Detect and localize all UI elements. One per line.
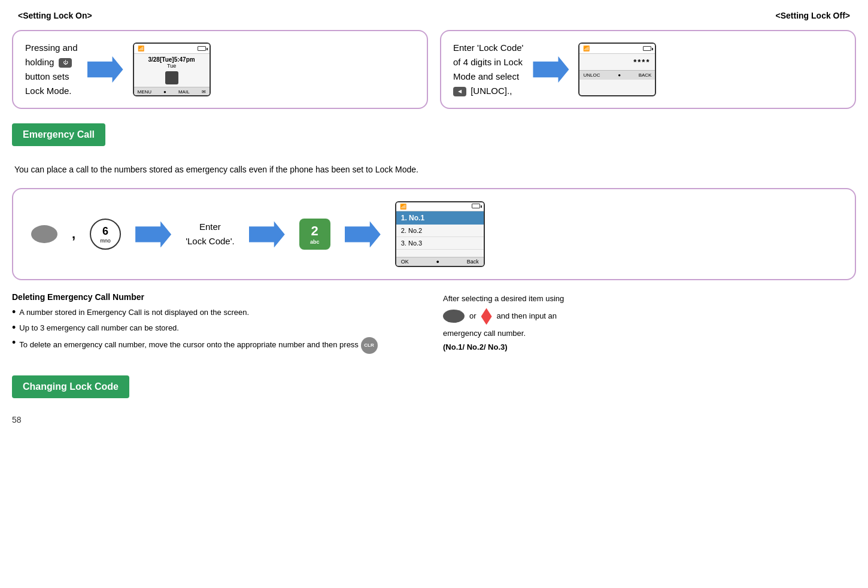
bullet-dot-3: •	[12, 337, 16, 348]
emergency-call-header: Emergency Call	[12, 123, 105, 146]
key-6-sub: mno	[100, 238, 111, 244]
lock-off-text: Enter 'Lock Code' of 4 digits in Lock Mo…	[453, 41, 523, 98]
phone-list-screen: 📶 1. No.1 2. No.2 3. No.3 OK ● Back	[395, 201, 485, 267]
footer-unloc: UNLOC	[583, 72, 600, 78]
battery-icon	[198, 46, 206, 51]
footer-menu: MENU	[138, 89, 152, 95]
bullet-text-2: Up to 3 emergency call number can be sto…	[19, 322, 179, 334]
list-back: Back	[467, 259, 479, 265]
page-number: 58	[12, 415, 856, 425]
bullet-dot-1: •	[12, 307, 16, 317]
nav-diamond-icon	[481, 308, 492, 325]
nav-icons: or and then input an	[443, 308, 564, 325]
unlock-screen-body: ****	[579, 54, 655, 70]
arrow-icon-5	[345, 221, 381, 247]
arrow-icon-2	[533, 56, 569, 83]
bullet-text-3: To delete an emergency call number, move…	[19, 337, 377, 354]
emergency-call-section: Emergency Call	[12, 123, 856, 154]
phone-body-icon	[165, 71, 178, 84]
key-6-button: 6 mno	[90, 219, 121, 250]
clr-button: CLR	[361, 337, 378, 354]
bullet-text-1: A number stored in Emergency Call is not…	[19, 307, 249, 319]
list-item-2: 2. No.2	[396, 225, 484, 237]
bullet-2: • Up to 3 emergency call number can be s…	[12, 322, 425, 334]
list-screen-header: 📶	[396, 202, 484, 211]
phone-screen-body: 3/28[Tue]5:47pm Tue	[134, 54, 210, 87]
unlock-screen-footer: UNLOC ● BACK	[579, 70, 655, 80]
header-left: <Setting Lock On>	[18, 11, 92, 20]
changing-lock-code-header: Changing Lock Code	[12, 375, 129, 398]
footer-back: BACK	[639, 72, 652, 78]
list-screen-footer: OK ● Back	[396, 257, 484, 266]
send-button-icon	[31, 225, 57, 243]
notes-section: Deleting Emergency Call Number • A numbe…	[12, 292, 856, 357]
key-2-sub: abc	[310, 239, 320, 245]
battery-icon-2	[643, 46, 651, 51]
notes-right-col: After selecting a desired item using or …	[443, 292, 856, 357]
signal-icon-2: 📶	[583, 46, 590, 51]
screen-time: 3/28[Tue]5:47pm	[148, 56, 195, 63]
lock-button-icon: ⏻	[59, 58, 72, 68]
stars-display: ****	[633, 57, 650, 66]
top-section: Pressing and holding ⏻ button sets Lock …	[12, 30, 856, 109]
screen-day: Tue	[167, 63, 176, 69]
emergency-demo-box: , 6 mno Enter 'Lock Code'. 2 abc 📶 1. No…	[12, 188, 856, 280]
key-2-button: 2 abc	[299, 219, 330, 250]
list-ok: OK	[401, 259, 409, 265]
footer-mail: MAIL	[178, 89, 190, 95]
phone-screen-footer: MENU ● MAIL ✉	[134, 87, 210, 96]
arrow-icon-1	[87, 56, 123, 83]
after-select-text: After selecting a desired item using or …	[443, 292, 564, 353]
list-battery	[472, 204, 480, 208]
nav-oval-icon-1	[443, 310, 465, 323]
notes-left-col: Deleting Emergency Call Number • A numbe…	[12, 292, 425, 357]
footer-icon: ✉	[202, 89, 206, 95]
enter-lock-code-text: Enter 'Lock Code'.	[186, 220, 235, 248]
header-right: <Setting Lock Off>	[776, 11, 850, 20]
phone-screen-header: 📶	[134, 44, 210, 54]
lock-on-text: Pressing and holding ⏻ button sets Lock …	[25, 41, 78, 98]
bullet-1: • A number stored in Emergency Call is n…	[12, 307, 425, 319]
header: <Setting Lock On> <Setting Lock Off>	[12, 6, 856, 30]
footer-dot-2: ●	[618, 72, 621, 78]
arrow-icon-3	[135, 221, 171, 247]
notes-title: Deleting Emergency Call Number	[12, 292, 425, 302]
list-signal: 📶	[400, 204, 406, 210]
arrow-icon-4	[249, 221, 285, 247]
key-2-label: 2	[311, 223, 318, 239]
emergency-call-desc: You can place a call to the numbers stor…	[12, 163, 856, 176]
list-item-3: 3. No.3	[396, 237, 484, 250]
list-item-1: 1. No.1	[396, 211, 484, 225]
setting-lock-on-box: Pressing and holding ⏻ button sets Lock …	[12, 30, 428, 109]
select-button-icon: ◀	[453, 87, 466, 96]
signal-icon: 📶	[138, 46, 144, 51]
changing-lock-code-section: Changing Lock Code	[12, 375, 856, 407]
key-6-label: 6	[102, 225, 108, 238]
comma-separator: ,	[72, 226, 75, 242]
phone-screen-unlock: 📶 **** UNLOC ● BACK	[578, 43, 656, 96]
list-dot: ●	[436, 259, 439, 265]
unlock-screen-header: 📶	[579, 44, 655, 54]
bullet-3: • To delete an emergency call number, mo…	[12, 337, 425, 354]
bullet-dot-2: •	[12, 322, 16, 333]
phone-screen-lock-on: 📶 3/28[Tue]5:47pm Tue MENU ● MAIL ✉	[133, 43, 211, 96]
footer-dot: ●	[163, 89, 166, 95]
setting-lock-off-box: Enter 'Lock Code' of 4 digits in Lock Mo…	[440, 30, 856, 109]
